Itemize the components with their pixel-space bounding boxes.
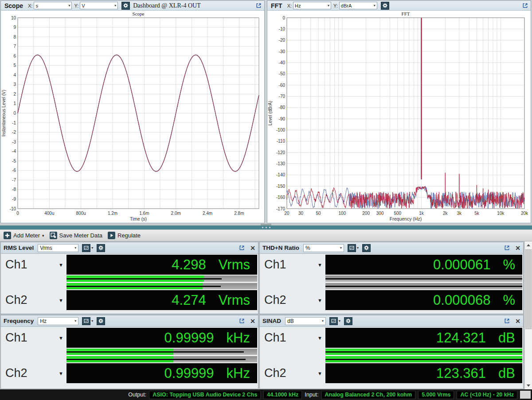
meters-area: RMS Level Vrms ▾ ▾ ✕ Ch1 ▼ 4.298 Vrms xyxy=(0,241,532,389)
chevron-down-icon: ▾ xyxy=(114,4,116,8)
channel-selector-ch2[interactable]: Ch2 ▼ xyxy=(1,363,66,383)
channel-selector-ch1[interactable]: Ch1 ▼ xyxy=(260,255,325,275)
popout-icon[interactable] xyxy=(503,317,511,325)
scope-x-axis-dropdown[interactable]: s ▾ xyxy=(34,2,72,9)
sample-rate-badge: 44.1000 kHz xyxy=(263,391,302,399)
splitter-grip-dot xyxy=(262,227,263,228)
svg-text:2.0m: 2.0m xyxy=(171,211,181,216)
plots-area: Scope X: s ▾ Y: V ▾ Dashboard @ XLR-4 OU… xyxy=(0,0,532,224)
settings-gear-icon[interactable] xyxy=(121,2,130,10)
svg-text:100: 100 xyxy=(339,211,346,216)
level-bar-ch1 xyxy=(66,276,257,282)
chevron-down-icon: ▼ xyxy=(317,335,322,341)
channel-selector-ch2[interactable]: Ch2 ▼ xyxy=(1,290,66,310)
svg-text:2.8m: 2.8m xyxy=(234,211,244,216)
level-bar-ch2 xyxy=(66,283,257,289)
level-bar-ch2 xyxy=(325,283,522,289)
meter-title: SINAD xyxy=(262,318,281,324)
unit-dropdown[interactable]: Hz ▾ xyxy=(38,317,78,325)
input-config-badge: Analog Balanced 2 Ch, 200 kohm xyxy=(321,391,416,399)
scope-y-axis-dropdown[interactable]: V ▾ xyxy=(80,2,118,9)
chevron-down-icon: ▾ xyxy=(42,233,44,238)
scroll-up-button[interactable] xyxy=(525,241,532,249)
svg-text:8: 8 xyxy=(13,35,16,39)
close-icon[interactable]: ✕ xyxy=(515,318,520,325)
chevron-down-icon: ▾ xyxy=(374,4,376,8)
vertical-scrollbar[interactable] xyxy=(524,241,532,389)
meter-view-icon[interactable] xyxy=(82,317,90,325)
svg-text:1: 1 xyxy=(13,101,16,106)
channel-selector-ch2[interactable]: Ch2 ▼ xyxy=(260,290,325,310)
chevron-down-icon: ▾ xyxy=(328,4,329,8)
chevron-up-icon xyxy=(527,244,530,246)
add-meter-button[interactable]: Add Meter ▾ xyxy=(2,231,48,240)
svg-text:9: 9 xyxy=(13,25,16,30)
meter-title: THD+N Ratio xyxy=(262,245,299,251)
svg-text:-9: -9 xyxy=(12,197,16,202)
svg-text:-100: -100 xyxy=(276,128,285,132)
settings-gear-icon[interactable] xyxy=(97,244,105,252)
meter-header: SINAD dB ▾ ▾ ✕ xyxy=(260,315,523,327)
svg-text:-4: -4 xyxy=(12,149,16,154)
unit-dropdown[interactable]: dB ▾ xyxy=(285,317,326,325)
close-icon[interactable]: ✕ xyxy=(250,318,255,325)
output-device-badge: ASIO: Topping USB Audio Device 2 Chs xyxy=(149,391,261,399)
scroll-down-button[interactable] xyxy=(525,382,532,389)
scrollbar-thumb[interactable] xyxy=(525,249,532,329)
channel-selector-ch1[interactable]: Ch1 ▼ xyxy=(1,255,66,275)
pane-splitter[interactable] xyxy=(0,224,532,230)
settings-gear-icon[interactable] xyxy=(344,317,352,325)
chevron-down-icon: ▾ xyxy=(74,246,76,250)
fft-x-axis-dropdown[interactable]: Hz ▾ xyxy=(293,2,331,9)
fft-panel-title: FFT xyxy=(271,2,282,9)
svg-text:1k: 1k xyxy=(419,211,424,216)
svg-text:-10: -10 xyxy=(10,206,16,211)
svg-text:-40: -40 xyxy=(279,60,286,65)
chevron-down-icon[interactable]: ▾ xyxy=(91,319,93,323)
svg-text:1.6m: 1.6m xyxy=(139,211,149,216)
popout-icon[interactable] xyxy=(255,2,262,9)
popout-icon[interactable] xyxy=(503,244,511,252)
splitter-bar[interactable] xyxy=(0,225,532,229)
settings-gear-icon[interactable] xyxy=(362,244,371,252)
level-bar-ch2 xyxy=(66,356,257,362)
meter-view-icon[interactable] xyxy=(348,244,356,252)
meter-reading-ch2: 123.361 dB xyxy=(325,363,522,383)
channel-selector-ch2[interactable]: Ch2 ▼ xyxy=(260,363,325,383)
close-icon[interactable]: ✕ xyxy=(515,245,520,252)
svg-text:-50: -50 xyxy=(279,71,286,76)
x-axis-label: X: xyxy=(287,3,292,8)
svg-text:-120: -120 xyxy=(276,150,285,155)
chevron-down-icon: ▼ xyxy=(317,262,322,268)
meter-view-icon[interactable] xyxy=(82,244,90,252)
channel-selector-ch1[interactable]: Ch1 ▼ xyxy=(260,328,325,348)
svg-text:30: 30 xyxy=(298,211,304,216)
unit-dropdown[interactable]: % ▾ xyxy=(303,244,344,252)
unit-dropdown[interactable]: Vrms ▾ xyxy=(38,244,78,252)
chevron-down-icon[interactable]: ▾ xyxy=(91,246,93,250)
settings-gear-icon[interactable] xyxy=(97,317,105,325)
save-meter-data-button[interactable]: Save Meter Data xyxy=(48,231,106,240)
svg-text:10k: 10k xyxy=(497,211,505,216)
close-icon[interactable]: ✕ xyxy=(250,245,255,252)
chevron-down-icon[interactable]: ▾ xyxy=(339,319,340,323)
svg-text:-110: -110 xyxy=(277,139,286,144)
settings-gear-icon[interactable] xyxy=(381,2,389,10)
fft-plot: 0-10-20-30-40-50-60-70-80-90-100-110-120… xyxy=(267,11,531,223)
meter-reading-ch1: 4.298 Vrms xyxy=(66,255,257,275)
popout-icon[interactable] xyxy=(238,317,246,325)
fft-y-axis-dropdown[interactable]: dBrA ▾ xyxy=(339,2,377,9)
svg-text:-7: -7 xyxy=(12,178,16,183)
popout-icon[interactable] xyxy=(238,244,246,252)
input-label: Input: xyxy=(305,392,318,398)
meter-reading-ch1: 0.99999 kHz xyxy=(66,328,257,348)
svg-text:500: 500 xyxy=(394,211,401,216)
popout-icon[interactable] xyxy=(521,2,529,9)
chevron-down-icon: ▾ xyxy=(74,319,76,323)
meter-view-icon[interactable] xyxy=(329,317,338,325)
chevron-down-icon[interactable]: ▾ xyxy=(357,246,359,250)
regulate-button[interactable]: Regulate xyxy=(106,231,144,240)
channel-selector-ch1[interactable]: Ch1 ▼ xyxy=(1,328,66,348)
svg-text:0: 0 xyxy=(16,211,19,216)
chevron-down-icon: ▼ xyxy=(59,298,63,303)
